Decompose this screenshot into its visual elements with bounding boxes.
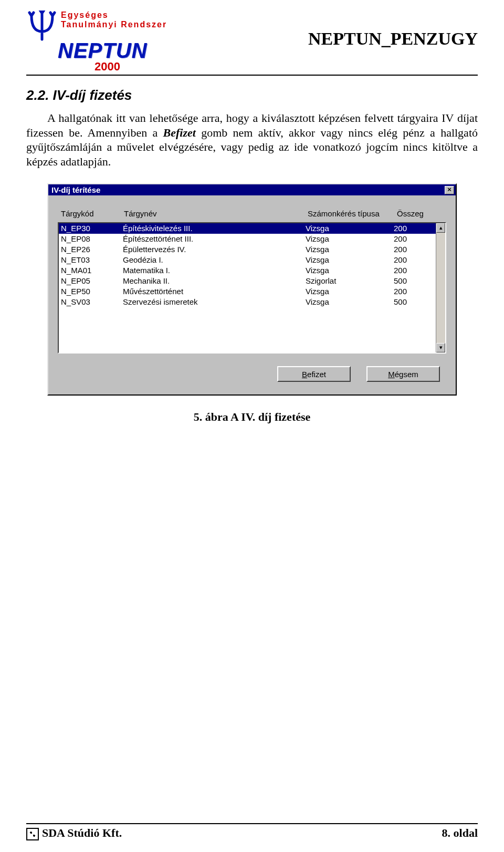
section-paragraph: A hallgatónak itt van lehetősége arra, h…	[26, 111, 478, 169]
trident-icon	[26, 11, 58, 42]
table-row[interactable]: N_EP26Épülettervezés IV.Vizsga200	[59, 244, 445, 255]
footer-page: 8. oldal	[442, 826, 478, 840]
table-row[interactable]: N_EP05Mechanika II.Szigorlat500	[59, 276, 445, 286]
cell-type: Vizsga	[306, 244, 394, 255]
cell-type: Szigorlat	[306, 276, 394, 286]
cell-name: Építéskivitelezés III.	[123, 223, 306, 234]
cell-name: Geodézia I.	[123, 255, 306, 265]
table-row[interactable]: N_SV03Szervezési ismeretekVizsga500	[59, 297, 445, 307]
table-row[interactable]: N_EP50MűvészettörténetVizsga200	[59, 286, 445, 297]
page-header: Egységes Tanulmányi Rendszer NEPTUN 2000…	[26, 11, 478, 74]
cell-code: N_ET03	[61, 255, 123, 265]
cell-name: Szervezési ismeretek	[123, 297, 306, 307]
company-logo-icon	[26, 828, 39, 840]
cell-type: Vizsga	[306, 297, 394, 307]
cell-type: Vizsga	[306, 265, 394, 276]
col-name: Tárgynév	[124, 209, 308, 218]
logo-block: Egységes Tanulmányi Rendszer NEPTUN 2000	[26, 11, 173, 74]
col-code: Tárgykód	[61, 209, 124, 218]
subject-listbox[interactable]: N_EP30Építéskivitelezés III.Vizsga200N_E…	[58, 222, 446, 354]
cell-amount: 200	[394, 234, 435, 244]
cell-amount: 200	[394, 286, 435, 297]
cell-code: N_EP26	[61, 244, 123, 255]
cell-code: N_EP08	[61, 234, 123, 244]
cell-amount: 500	[394, 276, 435, 286]
befizet-post: efizet	[307, 370, 326, 379]
cell-amount: 200	[394, 255, 435, 265]
logo-word: NEPTUN	[58, 40, 173, 61]
cell-amount: 500	[394, 297, 435, 307]
col-amount: Összeg	[397, 209, 439, 218]
table-row[interactable]: N_ET03Geodézia I.Vizsga200	[59, 255, 445, 265]
cell-code: N_EP30	[61, 223, 123, 234]
page-footer: SDA Stúdió Kft. 8. oldal	[26, 823, 478, 840]
scroll-down-icon[interactable]: ▾	[436, 343, 445, 352]
footer-company-text: SDA Stúdió Kft.	[42, 826, 122, 839]
cell-amount: 200	[394, 244, 435, 255]
cell-code: N_SV03	[61, 297, 123, 307]
cell-name: Művészettörténet	[123, 286, 306, 297]
megsem-post: égsem	[395, 370, 418, 379]
befizet-ul: B	[302, 370, 307, 379]
iv-dij-dialog: IV-díj térítése × Tárgykód Tárgynév Szám…	[47, 183, 457, 396]
table-row[interactable]: N_MA01Matematika I.Vizsga200	[59, 265, 445, 276]
cell-amount: 200	[394, 223, 435, 234]
megsem-button[interactable]: Mégsem	[366, 366, 440, 382]
para-befizet-word: Befizet	[163, 126, 196, 139]
cell-type: Vizsga	[306, 286, 394, 297]
megsem-ul: M	[388, 370, 395, 379]
section-heading: 2.2. IV-díj fizetés	[26, 87, 478, 103]
cell-type: Vizsga	[306, 255, 394, 265]
doc-title: NEPTUN_PENZUGY	[308, 29, 478, 49]
header-rule	[26, 75, 478, 76]
close-icon[interactable]: ×	[445, 186, 454, 194]
scroll-up-icon[interactable]: ▴	[436, 223, 445, 233]
cell-code: N_MA01	[61, 265, 123, 276]
cell-name: Építészettörténet III.	[123, 234, 306, 244]
cell-amount: 200	[394, 265, 435, 276]
dialog-button-row: Befizet Mégsem	[58, 354, 446, 385]
footer-rule	[26, 823, 478, 824]
cell-type: Vizsga	[306, 223, 394, 234]
cell-name: Matematika I.	[123, 265, 306, 276]
table-row[interactable]: N_EP30Építéskivitelezés III.Vizsga200	[59, 223, 445, 234]
cell-code: N_EP50	[61, 286, 123, 297]
logo-tagline: Egységes Tanulmányi Rendszer	[61, 11, 167, 30]
befizet-button[interactable]: Befizet	[277, 366, 351, 382]
tagline-line2: Tanulmányi Rendszer	[61, 20, 167, 29]
cell-name: Épülettervezés IV.	[123, 244, 306, 255]
col-type: Számonkérés típusa	[308, 209, 397, 218]
cell-type: Vizsga	[306, 234, 394, 244]
cell-code: N_EP05	[61, 276, 123, 286]
dialog-title: IV-díj térítése	[51, 185, 100, 194]
column-headers: Tárgykód Tárgynév Számonkérés típusa Öss…	[58, 209, 446, 222]
dialog-screenshot: IV-díj térítése × Tárgykód Tárgynév Szám…	[26, 183, 478, 396]
dialog-titlebar[interactable]: IV-díj térítése ×	[48, 184, 456, 195]
table-row[interactable]: N_EP08Építészettörténet III.Vizsga200	[59, 234, 445, 244]
tagline-line1: Egységes	[61, 11, 167, 20]
figure-caption: 5. ábra A IV. díj fizetése	[26, 410, 478, 424]
footer-company: SDA Stúdió Kft.	[26, 826, 122, 840]
cell-name: Mechanika II.	[123, 276, 306, 286]
scrollbar[interactable]: ▴ ▾	[436, 223, 445, 352]
